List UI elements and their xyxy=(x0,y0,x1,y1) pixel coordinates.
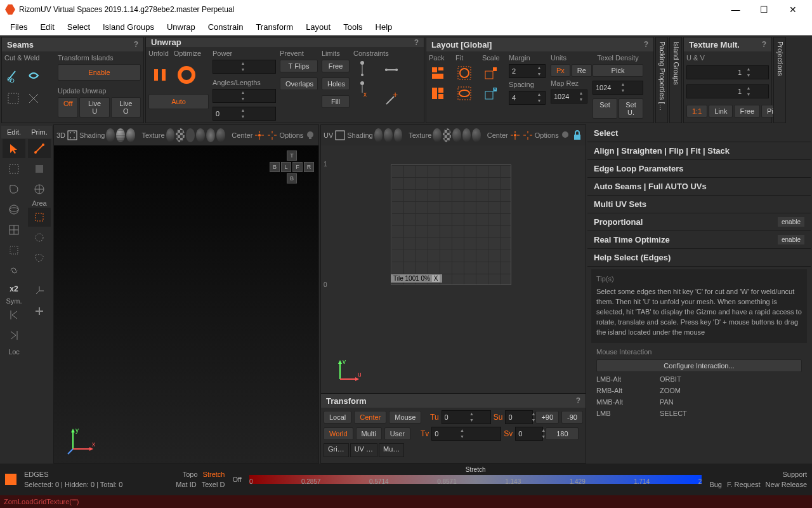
re-button[interactable]: Re xyxy=(572,64,592,77)
uv-spinner-2[interactable]: ▲▼ xyxy=(686,84,769,98)
tflips-button[interactable]: T Flips xyxy=(280,60,318,72)
section-proportional[interactable]: Proportionalenable xyxy=(587,213,811,231)
enable-button[interactable]: enable xyxy=(778,235,804,244)
configure-interaction-button[interactable]: Configure Interaction... xyxy=(596,359,802,372)
angles-spinner-2[interactable]: ▲▼ xyxy=(213,107,276,121)
help-icon[interactable]: ? xyxy=(576,396,580,405)
pick-button[interactable]: Pick xyxy=(593,64,643,77)
enable-button[interactable]: Enable xyxy=(58,64,141,81)
tex-2-icon[interactable] xyxy=(443,128,451,142)
shade-3-icon[interactable] xyxy=(126,128,135,142)
tab-uv[interactable]: UV … xyxy=(350,443,377,457)
auto-button[interactable]: Auto xyxy=(148,94,209,109)
cut-tool-icon[interactable] xyxy=(4,67,22,84)
center-button[interactable]: Center xyxy=(354,411,386,424)
tex-6-icon[interactable] xyxy=(216,128,225,142)
tex-5-icon[interactable] xyxy=(472,128,480,142)
nav-right[interactable]: R xyxy=(304,162,314,172)
tex-3-icon[interactable] xyxy=(452,128,461,142)
frame-icon[interactable] xyxy=(334,126,346,144)
user-button[interactable]: User xyxy=(384,427,410,440)
frame-icon[interactable] xyxy=(67,126,78,144)
lock-icon[interactable] xyxy=(572,126,583,144)
bug-link[interactable]: Bug xyxy=(709,481,722,488)
shade-2-icon[interactable] xyxy=(384,128,392,142)
margin-spinner-2[interactable]: ▲▼ xyxy=(509,91,546,105)
command-line[interactable]: ZomLoadGridTexture("") xyxy=(0,495,812,508)
maximize-button[interactable]: ☐ xyxy=(750,0,778,19)
grid-icon[interactable] xyxy=(3,220,25,239)
menu-tools[interactable]: Tools xyxy=(337,20,369,34)
center-2-icon[interactable] xyxy=(266,126,278,144)
center-1-icon[interactable] xyxy=(254,126,265,144)
off-button[interactable]: Off xyxy=(58,97,78,117)
edge-prim-icon[interactable] xyxy=(28,139,51,158)
tab-mu[interactable]: Mu… xyxy=(379,443,404,457)
x2-label[interactable]: x2 xyxy=(1,284,27,293)
link-icon[interactable] xyxy=(3,261,25,280)
section-multiuv[interactable]: Multi UV Sets xyxy=(587,196,811,213)
help-icon[interactable]: ? xyxy=(644,40,648,49)
center-2-icon[interactable] xyxy=(522,126,534,144)
section-align[interactable]: Align | Straighten | Flip | Fit | Stack xyxy=(587,142,811,160)
px-button[interactable]: Px xyxy=(551,64,570,77)
sym-left-icon[interactable] xyxy=(3,305,25,324)
menu-island-groups[interactable]: Island Groups xyxy=(96,20,160,34)
tv-spinner[interactable]: ▲▼ xyxy=(431,427,501,441)
dotted-rect-icon[interactable] xyxy=(3,241,25,260)
angles-spinner[interactable]: ▲▼ xyxy=(213,89,276,103)
3d-canvas[interactable]: T B L F R B yx xyxy=(54,145,318,463)
nav-front[interactable]: F xyxy=(292,162,303,172)
nav-cube[interactable]: T B L F R B xyxy=(273,150,311,184)
center-1-icon[interactable] xyxy=(509,126,521,144)
select-tool-icon[interactable] xyxy=(3,139,25,158)
set-button[interactable]: Set xyxy=(593,98,617,119)
sv-spinner[interactable]: ▲▼ xyxy=(515,427,543,441)
uv-spinner-1[interactable]: ▲▼ xyxy=(686,65,769,79)
topo-button[interactable]: Topo xyxy=(183,471,198,478)
menu-unwrap[interactable]: Unwrap xyxy=(160,20,202,34)
tu-spinner[interactable]: ▲▼ xyxy=(442,410,491,424)
pin-icon[interactable] xyxy=(353,60,371,77)
tex-5-icon[interactable] xyxy=(206,128,215,142)
face-prim-icon[interactable] xyxy=(28,159,51,178)
options-label[interactable]: Options xyxy=(279,131,303,139)
bulb-icon[interactable] xyxy=(560,126,571,144)
new-release-link[interactable]: New Release xyxy=(766,481,807,488)
tex-4-icon[interactable] xyxy=(462,128,471,142)
nav-top[interactable]: T xyxy=(287,150,297,161)
tile-label[interactable]: Tile 1001 0% X xyxy=(391,274,442,283)
menu-edit[interactable]: Edit xyxy=(34,20,60,34)
free-button[interactable]: Free xyxy=(322,60,350,72)
help-icon[interactable]: ? xyxy=(134,40,138,49)
tab-projections[interactable]: Projections xyxy=(773,37,786,123)
power-spinner[interactable]: ▲▼ xyxy=(213,60,276,74)
pack-1-icon[interactable] xyxy=(429,64,447,82)
menu-layout[interactable]: Layout xyxy=(299,20,337,34)
tex-1-icon[interactable] xyxy=(166,128,175,142)
line-constraint-icon[interactable] xyxy=(383,61,400,79)
off-label[interactable]: Off xyxy=(232,476,241,483)
pin-x-icon[interactable]: x xyxy=(353,80,371,98)
fill-button[interactable]: Fill xyxy=(322,95,350,108)
section-autoseams[interactable]: Auto Seams | Full AUTO UVs xyxy=(587,178,811,196)
options-label[interactable]: Options xyxy=(535,131,559,139)
bulb-icon[interactable] xyxy=(304,126,316,144)
margin-spinner-1[interactable]: ▲▼ xyxy=(509,64,546,78)
texel-spinner[interactable]: ▲▼ xyxy=(593,81,643,95)
feature-request-link[interactable]: F. Request xyxy=(727,481,761,488)
area-rect-icon[interactable] xyxy=(28,208,51,227)
sym-right-icon[interactable] xyxy=(3,326,25,345)
lasso-icon[interactable] xyxy=(3,180,25,199)
optimize-icon[interactable] xyxy=(175,64,198,86)
matid-button[interactable]: Mat ID xyxy=(176,481,196,488)
menu-constrain[interactable]: Constrain xyxy=(202,20,250,34)
section-select[interactable]: Select xyxy=(587,124,811,142)
tex-4-icon[interactable] xyxy=(196,128,205,142)
nav-left[interactable]: L xyxy=(281,162,291,172)
section-help-select[interactable]: Help Select (Edges) xyxy=(587,249,811,267)
weld-tool-icon[interactable] xyxy=(25,67,43,84)
ratio-11-button[interactable]: 1:1 xyxy=(686,105,707,117)
seam-tool-1-icon[interactable] xyxy=(4,90,22,107)
fit-2-icon[interactable] xyxy=(455,84,473,102)
